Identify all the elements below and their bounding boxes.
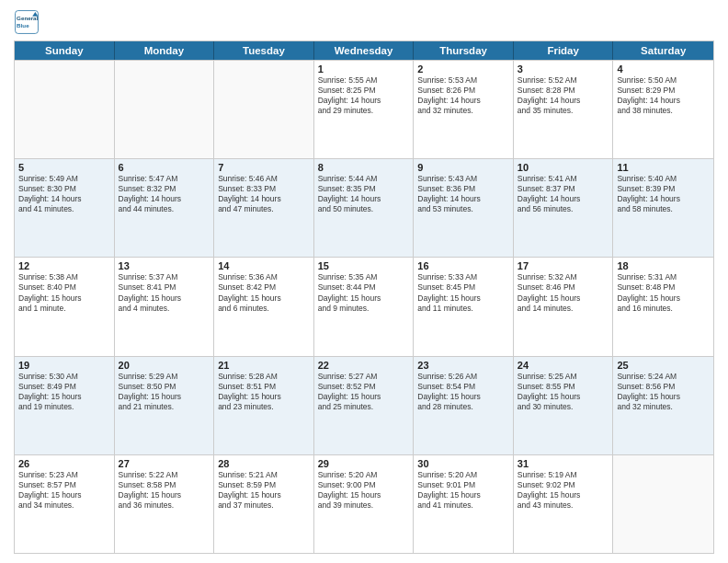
day-number: 25: [617, 360, 710, 371]
day-info: Sunrise: 5:22 AM Sunset: 8:58 PM Dayligh…: [119, 470, 210, 511]
day-info: Sunrise: 5:43 AM Sunset: 8:36 PM Dayligh…: [417, 174, 509, 214]
cal-cell-30: 30Sunrise: 5:20 AM Sunset: 9:01 PM Dayli…: [414, 455, 514, 553]
cal-week-2: 12Sunrise: 5:38 AM Sunset: 8:40 PM Dayli…: [15, 257, 713, 355]
day-info: Sunrise: 5:50 AM Sunset: 8:29 PM Dayligh…: [617, 75, 710, 116]
day-info: Sunrise: 5:25 AM Sunset: 8:55 PM Dayligh…: [518, 372, 609, 412]
cal-cell-4: 4Sunrise: 5:50 AM Sunset: 8:29 PM Daylig…: [613, 61, 713, 158]
day-info: Sunrise: 5:21 AM Sunset: 8:59 PM Dayligh…: [218, 470, 310, 511]
cal-week-3: 19Sunrise: 5:30 AM Sunset: 8:49 PM Dayli…: [15, 356, 713, 454]
page: General Blue SundayMondayTuesdayWednesda…: [0, 0, 728, 563]
cal-cell-13: 13Sunrise: 5:37 AM Sunset: 8:41 PM Dayli…: [115, 258, 215, 355]
day-number: 17: [518, 260, 609, 271]
cal-cell-2: 2Sunrise: 5:53 AM Sunset: 8:26 PM Daylig…: [414, 61, 514, 158]
cal-header-cell-wednesday: Wednesday: [314, 41, 415, 60]
day-number: 14: [218, 260, 310, 271]
day-number: 13: [119, 260, 210, 271]
day-info: Sunrise: 5:36 AM Sunset: 8:42 PM Dayligh…: [218, 272, 310, 313]
cal-cell-15: 15Sunrise: 5:35 AM Sunset: 8:44 PM Dayli…: [314, 258, 415, 355]
day-info: Sunrise: 5:20 AM Sunset: 9:01 PM Dayligh…: [417, 470, 509, 511]
cal-cell-empty: [15, 61, 115, 158]
day-number: 20: [119, 360, 210, 371]
cal-cell-empty: [115, 61, 215, 158]
day-info: Sunrise: 5:31 AM Sunset: 8:48 PM Dayligh…: [617, 272, 710, 313]
day-number: 26: [18, 458, 110, 469]
cal-cell-22: 22Sunrise: 5:27 AM Sunset: 8:52 PM Dayli…: [314, 357, 415, 454]
day-number: 9: [417, 162, 509, 173]
day-number: 23: [417, 360, 509, 371]
day-info: Sunrise: 5:32 AM Sunset: 8:46 PM Dayligh…: [518, 272, 609, 313]
cal-cell-25: 25Sunrise: 5:24 AM Sunset: 8:56 PM Dayli…: [613, 357, 713, 454]
cal-cell-12: 12Sunrise: 5:38 AM Sunset: 8:40 PM Dayli…: [15, 258, 115, 355]
day-number: 29: [318, 458, 410, 469]
day-info: Sunrise: 5:35 AM Sunset: 8:44 PM Dayligh…: [318, 272, 410, 313]
cal-cell-empty: [214, 61, 314, 158]
header: General Blue: [14, 9, 714, 35]
cal-header-cell-saturday: Saturday: [613, 41, 713, 60]
day-info: Sunrise: 5:55 AM Sunset: 8:25 PM Dayligh…: [318, 75, 410, 116]
day-number: 22: [318, 360, 410, 371]
day-number: 10: [518, 162, 609, 173]
day-number: 5: [18, 162, 110, 173]
day-info: Sunrise: 5:49 AM Sunset: 8:30 PM Dayligh…: [18, 174, 110, 214]
cal-cell-5: 5Sunrise: 5:49 AM Sunset: 8:30 PM Daylig…: [15, 159, 115, 257]
day-info: Sunrise: 5:30 AM Sunset: 8:49 PM Dayligh…: [18, 372, 110, 412]
day-info: Sunrise: 5:37 AM Sunset: 8:41 PM Dayligh…: [119, 272, 210, 313]
day-info: Sunrise: 5:27 AM Sunset: 8:52 PM Dayligh…: [318, 372, 410, 412]
day-number: 6: [119, 162, 210, 173]
day-number: 7: [218, 162, 310, 173]
day-number: 31: [518, 458, 609, 469]
day-info: Sunrise: 5:23 AM Sunset: 8:57 PM Dayligh…: [18, 470, 110, 511]
logo-icon: General Blue: [14, 9, 40, 35]
cal-cell-14: 14Sunrise: 5:36 AM Sunset: 8:42 PM Dayli…: [214, 258, 314, 355]
day-info: Sunrise: 5:53 AM Sunset: 8:26 PM Dayligh…: [417, 75, 509, 116]
day-info: Sunrise: 5:47 AM Sunset: 8:32 PM Dayligh…: [119, 174, 210, 214]
day-number: 1: [318, 63, 410, 75]
day-info: Sunrise: 5:20 AM Sunset: 9:00 PM Dayligh…: [318, 470, 410, 511]
logo: General Blue: [14, 9, 43, 35]
cal-cell-21: 21Sunrise: 5:28 AM Sunset: 8:51 PM Dayli…: [214, 357, 314, 454]
day-info: Sunrise: 5:33 AM Sunset: 8:45 PM Dayligh…: [417, 272, 509, 313]
day-info: Sunrise: 5:29 AM Sunset: 8:50 PM Dayligh…: [119, 372, 210, 412]
cal-cell-3: 3Sunrise: 5:52 AM Sunset: 8:28 PM Daylig…: [514, 61, 614, 158]
day-info: Sunrise: 5:26 AM Sunset: 8:54 PM Dayligh…: [417, 372, 509, 412]
day-number: 12: [18, 260, 110, 271]
day-number: 18: [617, 260, 710, 271]
day-info: Sunrise: 5:38 AM Sunset: 8:40 PM Dayligh…: [18, 272, 110, 313]
cal-cell-9: 9Sunrise: 5:43 AM Sunset: 8:36 PM Daylig…: [414, 159, 514, 257]
day-info: Sunrise: 5:46 AM Sunset: 8:33 PM Dayligh…: [218, 174, 310, 214]
cal-cell-20: 20Sunrise: 5:29 AM Sunset: 8:50 PM Dayli…: [115, 357, 215, 454]
cal-cell-1: 1Sunrise: 5:55 AM Sunset: 8:25 PM Daylig…: [314, 61, 415, 158]
cal-week-0: 1Sunrise: 5:55 AM Sunset: 8:25 PM Daylig…: [15, 60, 713, 158]
day-number: 11: [617, 162, 710, 173]
cal-cell-6: 6Sunrise: 5:47 AM Sunset: 8:32 PM Daylig…: [115, 159, 215, 257]
day-info: Sunrise: 5:40 AM Sunset: 8:39 PM Dayligh…: [617, 174, 710, 214]
cal-cell-29: 29Sunrise: 5:20 AM Sunset: 9:00 PM Dayli…: [314, 455, 415, 553]
cal-week-4: 26Sunrise: 5:23 AM Sunset: 8:57 PM Dayli…: [15, 454, 713, 553]
day-number: 30: [417, 458, 509, 469]
day-number: 21: [218, 360, 310, 371]
cal-cell-24: 24Sunrise: 5:25 AM Sunset: 8:55 PM Dayli…: [514, 357, 614, 454]
cal-cell-8: 8Sunrise: 5:44 AM Sunset: 8:35 PM Daylig…: [314, 159, 415, 257]
day-info: Sunrise: 5:19 AM Sunset: 9:02 PM Dayligh…: [518, 470, 609, 511]
cal-cell-16: 16Sunrise: 5:33 AM Sunset: 8:45 PM Dayli…: [414, 258, 514, 355]
day-info: Sunrise: 5:52 AM Sunset: 8:28 PM Dayligh…: [518, 75, 609, 116]
svg-text:Blue: Blue: [17, 22, 29, 29]
day-number: 27: [119, 458, 210, 469]
cal-header-cell-tuesday: Tuesday: [214, 41, 314, 60]
day-number: 28: [218, 458, 310, 469]
day-info: Sunrise: 5:28 AM Sunset: 8:51 PM Dayligh…: [218, 372, 310, 412]
calendar-body: 1Sunrise: 5:55 AM Sunset: 8:25 PM Daylig…: [15, 60, 713, 553]
day-number: 8: [318, 162, 410, 173]
cal-cell-11: 11Sunrise: 5:40 AM Sunset: 8:39 PM Dayli…: [613, 159, 713, 257]
cal-cell-empty: [613, 455, 713, 553]
day-number: 3: [518, 63, 609, 75]
cal-cell-17: 17Sunrise: 5:32 AM Sunset: 8:46 PM Dayli…: [514, 258, 614, 355]
calendar-header-row: SundayMondayTuesdayWednesdayThursdayFrid…: [15, 41, 713, 60]
day-info: Sunrise: 5:41 AM Sunset: 8:37 PM Dayligh…: [518, 174, 609, 214]
cal-header-cell-sunday: Sunday: [15, 41, 115, 60]
cal-cell-27: 27Sunrise: 5:22 AM Sunset: 8:58 PM Dayli…: [115, 455, 215, 553]
cal-header-cell-friday: Friday: [514, 41, 614, 60]
cal-header-cell-thursday: Thursday: [414, 41, 514, 60]
day-number: 19: [18, 360, 110, 371]
cal-cell-26: 26Sunrise: 5:23 AM Sunset: 8:57 PM Dayli…: [15, 455, 115, 553]
